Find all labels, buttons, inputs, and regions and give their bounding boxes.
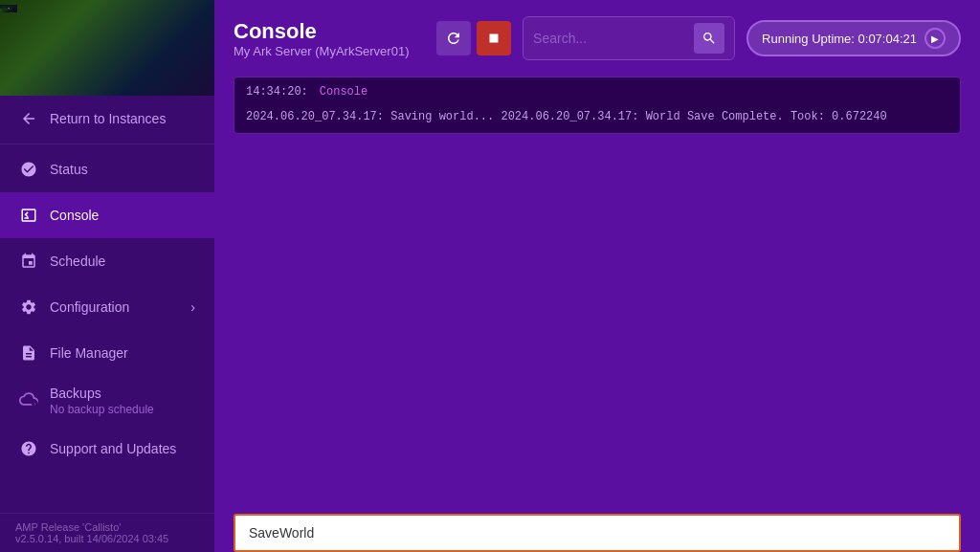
hero-background: ARK SURVIVAL ASCENDED <box>0 0 214 96</box>
server-info: Console My Ark Server (MyArkServer01) <box>234 19 409 58</box>
backups-title: Backups <box>50 386 154 401</box>
search-box <box>523 16 735 60</box>
schedule-icon <box>19 252 38 271</box>
sidebar-hero: ARK SURVIVAL ASCENDED <box>0 0 214 96</box>
console-event-label: Console <box>320 85 368 99</box>
sidebar-footer: AMP Release 'Callisto' v2.5.0.14, built … <box>0 513 214 552</box>
top-right-area: Running Uptime: 0:07:04:21 ▶ <box>436 16 961 60</box>
stop-button[interactable] <box>477 21 511 55</box>
sidebar-item-status[interactable]: Status <box>0 146 214 192</box>
uptime-play-icon: ▶ <box>924 28 946 49</box>
action-buttons <box>436 21 511 55</box>
uptime-badge: Running Uptime: 0:07:04:21 ▶ <box>746 20 961 56</box>
sidebar: ARK SURVIVAL ASCENDED Return to Instance… <box>0 0 214 552</box>
backups-icon: ! <box>19 389 38 412</box>
svg-point-3 <box>2 7 4 9</box>
console-line: 14:34:20: Console 2024.06.20_07.34.17: S… <box>246 85 948 123</box>
sidebar-item-return[interactable]: Return to Instances <box>0 96 214 142</box>
sidebar-item-status-label: Status <box>50 162 88 177</box>
main-content: Console My Ark Server (MyArkServer01) <box>214 0 980 552</box>
command-input[interactable] <box>234 514 961 552</box>
support-icon <box>19 439 38 458</box>
sidebar-item-return-label: Return to Instances <box>50 111 166 126</box>
sidebar-item-schedule[interactable]: Schedule <box>0 238 214 284</box>
sidebar-item-support-label: Support and Updates <box>50 441 176 456</box>
file-icon <box>19 343 38 363</box>
console-output: 14:34:20: Console 2024.06.20_07.34.17: S… <box>234 77 961 134</box>
sidebar-item-support[interactable]: Support and Updates <box>0 426 214 472</box>
console-icon <box>19 206 38 225</box>
server-subtitle: My Ark Server (MyArkServer01) <box>234 44 409 58</box>
top-bar: Console My Ark Server (MyArkServer01) <box>214 0 980 77</box>
restart-button[interactable] <box>436 21 471 55</box>
command-input-area <box>214 514 980 552</box>
return-icon <box>19 109 38 128</box>
search-button[interactable] <box>694 23 724 54</box>
sidebar-item-backups[interactable]: ! Backups No backup schedule <box>0 376 214 426</box>
server-title: Console <box>234 19 409 44</box>
sidebar-item-console-label: Console <box>50 208 99 223</box>
console-timestamp: 14:34:20: <box>246 85 308 99</box>
sidebar-item-schedule-label: Schedule <box>50 254 105 269</box>
sidebar-nav: Return to Instances Status Console Sched… <box>0 96 214 513</box>
sidebar-item-console[interactable]: Console <box>0 192 214 238</box>
svg-text:!: ! <box>34 402 35 407</box>
console-text: 2024.06.20_07.34.17: Saving world... 202… <box>246 110 887 123</box>
footer-line1: AMP Release 'Callisto' <box>15 521 199 533</box>
backups-subtitle: No backup schedule <box>50 403 154 416</box>
footer-line2: v2.5.0.14, built 14/06/2024 03:45 <box>15 533 199 544</box>
sidebar-item-configuration[interactable]: Configuration › <box>0 284 214 330</box>
backups-text: Backups No backup schedule <box>50 386 154 416</box>
chevron-right-icon: › <box>190 299 195 315</box>
sidebar-item-filemanager-label: File Manager <box>50 345 128 361</box>
status-icon <box>19 160 38 179</box>
search-input[interactable] <box>533 31 686 46</box>
uptime-text: Running Uptime: 0:07:04:21 <box>762 32 917 46</box>
sidebar-item-file-manager[interactable]: File Manager <box>0 330 214 376</box>
config-icon <box>19 298 38 317</box>
sidebar-item-config-label: Configuration <box>50 299 129 315</box>
